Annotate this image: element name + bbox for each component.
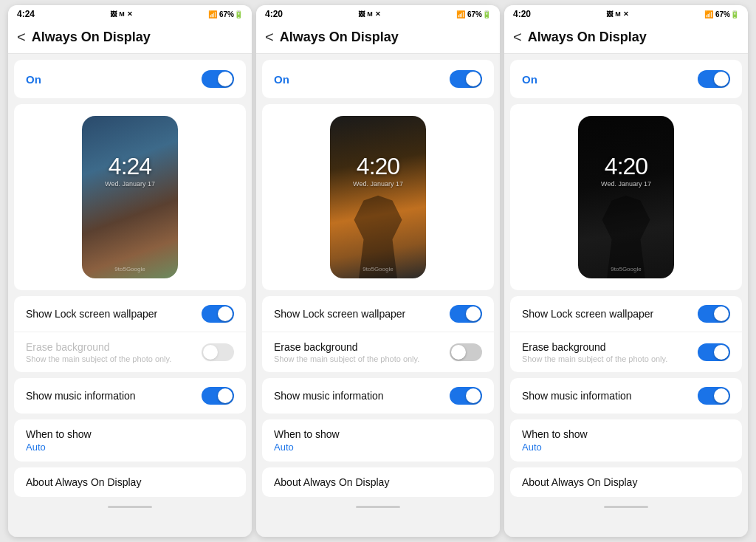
phone-preview-image: 4:24 Wed. January 17 9to5Google [82,116,178,278]
music-section: Show music information [510,378,742,414]
back-button[interactable]: < [17,29,26,46]
status-bar: 4:20 🖼 M ✕ 📶 67%🔋 [256,5,500,23]
main-toggle[interactable] [450,70,482,88]
setting-toggle-0[interactable] [698,305,730,323]
phone-3: 4:20 🖼 M ✕ 📶 67%🔋 < Always On Display On… [504,5,748,537]
about-section[interactable]: About Always On Display [262,467,494,497]
setting-item-1: Erase background Show the main subject o… [510,332,742,372]
about-section[interactable]: About Always On Display [14,467,246,497]
preview-section: 4:20 Wed. January 17 9to5Google [510,104,742,290]
setting-main-0: Show Lock screen wallpaper [26,308,157,320]
toggle-knob [466,72,481,86]
music-label: Show music information [26,390,136,402]
settings-section: Show Lock screen wallpaper Erase backgro… [262,296,494,372]
about-title: About Always On Display [522,476,730,488]
main-toggle-row: On [14,60,246,98]
status-icons: 🖼 M ✕ [110,10,133,18]
toggle-label: On [522,73,537,86]
setting-toggle-0[interactable] [202,305,234,323]
setting-sub-1: Show the main subject of the photo only. [26,354,171,363]
settings-section: Show Lock screen wallpaper Erase backgro… [510,296,742,372]
page-title: Always On Display [32,30,151,45]
toggle-knob [218,72,233,86]
person-silhouette [578,181,674,278]
back-button[interactable]: < [265,29,274,46]
setting-toggle-0[interactable] [450,305,482,323]
main-toggle-row: On [262,60,494,98]
scroll-bar [108,506,152,508]
status-icons: 🖼 M ✕ [606,10,629,18]
status-right: 📶 67%🔋 [208,10,243,18]
setting-toggle-1[interactable] [698,343,730,361]
when-title: When to show [274,428,482,440]
setting-text-1: Erase background Show the main subject o… [522,341,667,363]
music-toggle-knob [466,388,481,403]
setting-main-1: Erase background [274,341,419,353]
setting-text-0: Show Lock screen wallpaper [26,308,157,320]
preview-section: 4:20 Wed. January 17 9to5Google [262,104,494,290]
setting-item-0: Show Lock screen wallpaper [262,296,494,332]
battery-text: 67%🔋 [715,10,739,18]
preview-section: 4:24 Wed. January 17 9to5Google [14,104,246,290]
page-content: On 4:24 Wed. January 17 9to5Google Show … [8,54,252,537]
when-value: Auto [26,442,234,453]
main-toggle-row: On [510,60,742,98]
wifi-icon: 📶 [208,10,217,18]
when-title: When to show [26,428,234,440]
toggle-label: On [26,73,41,86]
page-header: < Always On Display [504,23,748,54]
about-title: About Always On Display [274,476,482,488]
music-toggle[interactable] [202,387,234,405]
setting-text-1: Erase background Show the main subject o… [26,341,171,363]
when-to-show-section[interactable]: When to show Auto [510,419,742,462]
music-info-item: Show music information [14,378,246,414]
music-info-item: Show music information [510,378,742,414]
phone-2: 4:20 🖼 M ✕ 📶 67%🔋 < Always On Display On… [256,5,500,537]
status-right: 📶 67%🔋 [456,10,491,18]
battery-text: 67%🔋 [219,10,243,18]
setting-sub-1: Show the main subject of the photo only. [522,354,667,363]
page-content: On 4:20 Wed. January 17 9to5Google Show … [504,54,748,537]
status-time: 4:20 [513,9,531,19]
preview-time-number: 4:24 [105,153,155,180]
music-toggle-knob [218,388,233,403]
preview-date: Wed. January 17 [353,180,403,188]
phone-preview-image: 4:20 Wed. January 17 9to5Google [330,116,426,278]
page-header: < Always On Display [8,23,252,54]
page-content: On 4:20 Wed. January 17 9to5Google Show … [256,54,500,537]
page-title: Always On Display [528,30,647,45]
music-toggle[interactable] [698,387,730,405]
battery-text: 67%🔋 [467,10,491,18]
scroll-indicator [8,503,252,512]
setting-main-1: Erase background [26,341,171,353]
preview-time-number: 4:20 [601,153,651,180]
music-info-item: Show music information [262,378,494,414]
main-toggle[interactable] [202,70,234,88]
about-title: About Always On Display [26,476,234,488]
setting-item-0: Show Lock screen wallpaper [510,296,742,332]
status-time: 4:24 [17,9,35,19]
setting-toggle-1[interactable] [202,343,234,361]
status-icons: 🖼 M ✕ [358,10,381,18]
setting-main-0: Show Lock screen wallpaper [522,308,653,320]
setting-main-0: Show Lock screen wallpaper [274,308,405,320]
music-toggle[interactable] [450,387,482,405]
status-right: 📶 67%🔋 [704,10,739,18]
preview-time-display: 4:20 Wed. January 17 [601,153,651,188]
main-toggle[interactable] [698,70,730,88]
setting-item-1: Erase background Show the main subject o… [262,332,494,372]
when-to-show-section[interactable]: When to show Auto [14,419,246,462]
setting-text-1: Erase background Show the main subject o… [274,341,419,363]
toggle-knob-1 [203,345,218,360]
person-silhouette [330,181,426,278]
preview-date: Wed. January 17 [105,180,155,188]
toggle-knob [714,72,729,86]
toggle-knob-1 [451,345,466,360]
back-button[interactable]: < [513,29,522,46]
setting-toggle-1[interactable] [450,343,482,361]
scroll-indicator [504,503,748,512]
wifi-icon: 📶 [704,10,713,18]
music-section: Show music information [14,378,246,414]
when-to-show-section[interactable]: When to show Auto [262,419,494,462]
about-section[interactable]: About Always On Display [510,467,742,497]
